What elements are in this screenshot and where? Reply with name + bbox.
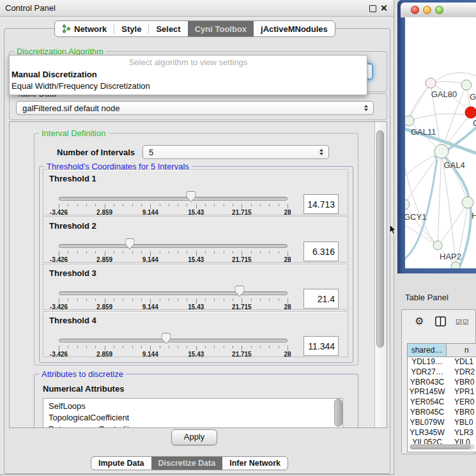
column-header-name[interactable]: n xyxy=(447,344,476,357)
cell-name: YLR3 xyxy=(447,428,476,438)
tab-infer-network[interactable]: Infer Network xyxy=(222,457,288,470)
tab-cyni-toolbox[interactable]: Cyni Toolbox xyxy=(188,21,254,36)
tab-network[interactable]: Network xyxy=(55,21,114,36)
slider-scale-label: 21.715 xyxy=(232,209,252,216)
slider-track[interactable] xyxy=(59,339,288,342)
slider-scale-label: 9.144 xyxy=(142,351,158,358)
float-window-icon[interactable] xyxy=(369,5,376,12)
apply-button[interactable]: Apply xyxy=(171,429,217,445)
control-panel-window: Control Panel Network Style Select xyxy=(0,0,394,475)
close-traffic-light-icon[interactable] xyxy=(411,6,419,14)
threshold-2-value-field[interactable] xyxy=(303,242,339,261)
slider-thumb[interactable] xyxy=(162,333,171,344)
slider-minor-ticks xyxy=(59,204,288,206)
tab-select[interactable]: Select xyxy=(149,21,187,36)
node-gcy1[interactable] xyxy=(405,199,410,210)
table-header-row: shared… n xyxy=(408,344,476,357)
table-row[interactable]: YER054C YER0 xyxy=(408,397,476,408)
threshold-3-value-field[interactable] xyxy=(303,289,339,309)
table-data-combobox[interactable]: galFiltered.sif default node xyxy=(16,101,374,115)
zoom-traffic-light-icon[interactable] xyxy=(435,6,443,14)
slider-scale-label: 2.859 xyxy=(96,209,112,216)
cell-shared-name: YBR043C xyxy=(408,378,447,388)
tab-style[interactable]: Style xyxy=(114,21,148,36)
slider-track[interactable] xyxy=(59,197,288,201)
slider-scale-label: 2.859 xyxy=(96,351,112,358)
node-right-mid[interactable] xyxy=(462,197,473,208)
cell-shared-name: YDR27… xyxy=(408,367,447,378)
table-row[interactable]: YBL079W YBL0 xyxy=(408,418,476,428)
column-header-shared-name[interactable]: shared… xyxy=(408,344,447,357)
numerical-attributes-list[interactable]: SelfLoopsTopologicalCoefficientBetweenne… xyxy=(43,398,343,428)
table-row[interactable]: YBR045C YBR0 xyxy=(408,408,476,418)
slider-minor-ticks xyxy=(59,346,288,348)
slider-thumb[interactable] xyxy=(125,238,134,250)
checkbox-columns-icon[interactable]: ☑☑ xyxy=(456,319,470,326)
slider-thumb[interactable] xyxy=(186,191,196,203)
tab-discretize-data[interactable]: Discretize Data xyxy=(151,457,223,470)
threshold-3-slider[interactable]: -3.4262.8599.14415.4321.71528 xyxy=(59,265,288,311)
slider-track[interactable] xyxy=(59,244,288,248)
close-icon[interactable] xyxy=(380,4,387,12)
tab-jactivemnodules-label: jActiveMNodules xyxy=(261,24,328,34)
slider-scale-labels: -3.4262.8599.14415.4321.71528 xyxy=(59,303,288,311)
minimize-traffic-light-icon[interactable] xyxy=(423,6,431,14)
node-bottom[interactable] xyxy=(451,262,460,268)
threshold-2-slider[interactable]: -3.4262.8599.14415.4321.71528 xyxy=(59,217,288,263)
columns-icon[interactable] xyxy=(435,316,446,326)
slider-scale-label: 15.43 xyxy=(188,209,204,216)
cell-shared-name: YBL079W xyxy=(408,418,447,428)
slider-track[interactable] xyxy=(59,291,288,295)
thick-edge[interactable] xyxy=(405,159,437,263)
network-window-titlebar xyxy=(401,3,476,18)
slider-scale-label: 28 xyxy=(284,256,291,263)
table-row[interactable]: YDL19… YDL1 xyxy=(408,357,476,367)
dropdown-option-manual[interactable]: Manual Discretization xyxy=(10,69,367,81)
slider-scale-label: 9.144 xyxy=(142,209,158,216)
number-of-intervals-combobox[interactable]: 5 xyxy=(142,145,329,159)
scrollbar-thumb[interactable] xyxy=(410,445,471,449)
table-row[interactable]: YPR145W YPR1 xyxy=(408,387,476,397)
mouse-cursor xyxy=(389,225,397,235)
tab-network-label: Network xyxy=(74,24,107,34)
tab-jactivemnodules[interactable]: jActiveMNodules xyxy=(254,21,335,36)
tab-select-label: Select xyxy=(156,24,180,34)
slider-scale-label: -3.426 xyxy=(50,256,68,263)
node-top-right[interactable] xyxy=(461,80,472,90)
threshold-4-value-field[interactable] xyxy=(303,336,339,356)
slider-scale-label: 28 xyxy=(284,303,291,311)
cell-name: YPR1 xyxy=(447,387,476,397)
node-gal4[interactable] xyxy=(434,144,449,158)
table-data-selected: galFiltered.sif default node xyxy=(22,104,119,113)
node-label-c: C xyxy=(473,118,476,128)
settings-vertical-scrollbar[interactable] xyxy=(374,122,387,427)
dropdown-hint: Select algorithm to view settings xyxy=(10,56,367,69)
threshold-1-slider[interactable]: -3.4262.8599.14415.4321.71528 xyxy=(59,170,288,216)
slider-scale-labels: -3.4262.8599.14415.4321.71528 xyxy=(59,209,288,217)
attribute-list-item[interactable]: BetweennessCentrality xyxy=(43,424,342,428)
network-canvas[interactable]: GAL80 GA C GAL11 GAL4 GCY1 H HAP2 xyxy=(405,17,476,268)
table-row[interactable]: YDR27… YDR2 xyxy=(408,367,476,378)
dropdown-option-equal-width[interactable]: Equal Width/Frequency Discretization xyxy=(10,81,367,92)
tab-impute-data[interactable]: Impute Data xyxy=(91,457,151,470)
node-label-hap2: HAP2 xyxy=(440,252,461,261)
threshold-4-slider[interactable]: -3.4262.8599.14415.4321.71528 xyxy=(59,312,288,358)
node-label-gal80: GAL80 xyxy=(431,89,457,99)
slider-thumb[interactable] xyxy=(234,286,244,297)
cell-name: YBR0 xyxy=(447,378,476,388)
node-gal80[interactable] xyxy=(426,78,436,88)
node-hap2[interactable] xyxy=(433,241,442,250)
attributes-list-scrollbar[interactable] xyxy=(334,399,342,427)
scrollbar-thumb[interactable] xyxy=(376,130,384,348)
threshold-1-value-field[interactable] xyxy=(303,194,339,214)
table-horizontal-scrollbar[interactable] xyxy=(409,444,475,450)
node-gal11[interactable] xyxy=(405,116,414,126)
table-row[interactable]: YBR043C YBR0 xyxy=(408,378,476,388)
table-row[interactable]: YLR345W YLR3 xyxy=(408,428,476,438)
attribute-list-item[interactable]: SelfLoops xyxy=(43,401,342,412)
gear-icon[interactable]: ⚙ xyxy=(415,316,424,326)
slider-scale-label: 2.859 xyxy=(96,256,112,263)
node-selected-red[interactable] xyxy=(465,107,476,118)
attribute-list-item[interactable]: TopologicalCoefficient xyxy=(43,412,342,424)
slider-scale-label: 2.859 xyxy=(96,303,112,311)
